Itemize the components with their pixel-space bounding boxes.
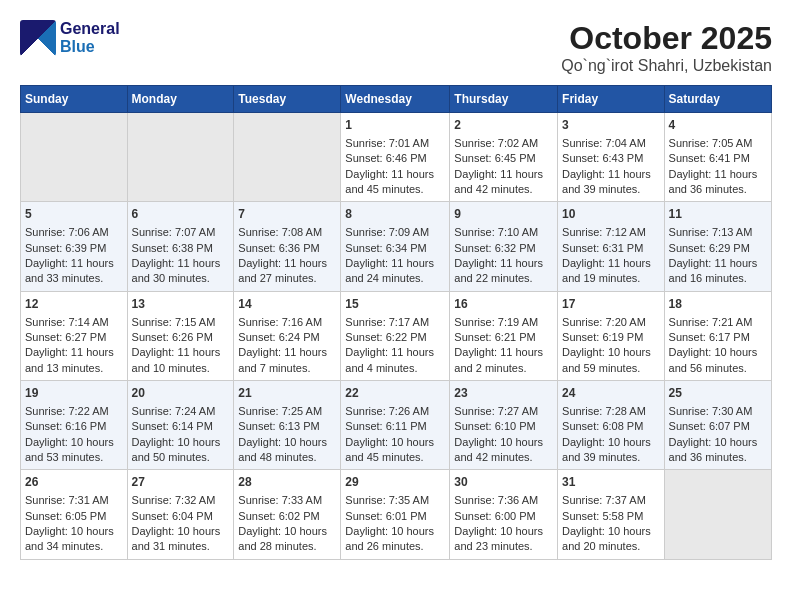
page-header: General Blue General Blue October 2025 Q…: [20, 20, 772, 75]
sunset-text: Sunset: 6:02 PM: [238, 509, 336, 524]
sunset-text: Sunset: 6:07 PM: [669, 419, 767, 434]
sunset-text: Sunset: 6:00 PM: [454, 509, 553, 524]
sunset-text: Sunset: 6:19 PM: [562, 330, 660, 345]
day-number: 18: [669, 296, 767, 313]
daylight-text: Daylight: 10 hours and 23 minutes.: [454, 524, 553, 555]
day-number: 25: [669, 385, 767, 402]
calendar-cell: [21, 113, 128, 202]
sunrise-text: Sunrise: 7:26 AM: [345, 404, 445, 419]
sunset-text: Sunset: 6:41 PM: [669, 151, 767, 166]
sunrise-text: Sunrise: 7:20 AM: [562, 315, 660, 330]
calendar-cell: 19Sunrise: 7:22 AMSunset: 6:16 PMDayligh…: [21, 381, 128, 470]
daylight-text: Daylight: 11 hours and 39 minutes.: [562, 167, 660, 198]
day-number: 6: [132, 206, 230, 223]
calendar-week-2: 5Sunrise: 7:06 AMSunset: 6:39 PMDaylight…: [21, 202, 772, 291]
calendar-cell: 26Sunrise: 7:31 AMSunset: 6:05 PMDayligh…: [21, 470, 128, 559]
sunset-text: Sunset: 6:13 PM: [238, 419, 336, 434]
daylight-text: Daylight: 11 hours and 27 minutes.: [238, 256, 336, 287]
sunrise-text: Sunrise: 7:02 AM: [454, 136, 553, 151]
calendar-cell: 10Sunrise: 7:12 AMSunset: 6:31 PMDayligh…: [558, 202, 665, 291]
daylight-text: Daylight: 10 hours and 48 minutes.: [238, 435, 336, 466]
calendar-cell: 17Sunrise: 7:20 AMSunset: 6:19 PMDayligh…: [558, 291, 665, 380]
calendar-cell: 24Sunrise: 7:28 AMSunset: 6:08 PMDayligh…: [558, 381, 665, 470]
day-header-thursday: Thursday: [450, 86, 558, 113]
day-number: 15: [345, 296, 445, 313]
calendar-cell: 14Sunrise: 7:16 AMSunset: 6:24 PMDayligh…: [234, 291, 341, 380]
day-number: 9: [454, 206, 553, 223]
day-number: 27: [132, 474, 230, 491]
calendar-cell: 12Sunrise: 7:14 AMSunset: 6:27 PMDayligh…: [21, 291, 128, 380]
calendar-cell: 23Sunrise: 7:27 AMSunset: 6:10 PMDayligh…: [450, 381, 558, 470]
sunset-text: Sunset: 5:58 PM: [562, 509, 660, 524]
calendar-week-4: 19Sunrise: 7:22 AMSunset: 6:16 PMDayligh…: [21, 381, 772, 470]
daylight-text: Daylight: 11 hours and 2 minutes.: [454, 345, 553, 376]
sunset-text: Sunset: 6:08 PM: [562, 419, 660, 434]
sunset-text: Sunset: 6:14 PM: [132, 419, 230, 434]
daylight-text: Daylight: 10 hours and 56 minutes.: [669, 345, 767, 376]
sunrise-text: Sunrise: 7:08 AM: [238, 225, 336, 240]
sunrise-text: Sunrise: 7:31 AM: [25, 493, 123, 508]
day-number: 21: [238, 385, 336, 402]
daylight-text: Daylight: 11 hours and 33 minutes.: [25, 256, 123, 287]
sunset-text: Sunset: 6:45 PM: [454, 151, 553, 166]
sunrise-text: Sunrise: 7:01 AM: [345, 136, 445, 151]
sunrise-text: Sunrise: 7:07 AM: [132, 225, 230, 240]
day-number: 11: [669, 206, 767, 223]
sunset-text: Sunset: 6:17 PM: [669, 330, 767, 345]
sunset-text: Sunset: 6:26 PM: [132, 330, 230, 345]
daylight-text: Daylight: 11 hours and 10 minutes.: [132, 345, 230, 376]
sunrise-text: Sunrise: 7:32 AM: [132, 493, 230, 508]
daylight-text: Daylight: 11 hours and 45 minutes.: [345, 167, 445, 198]
calendar-week-5: 26Sunrise: 7:31 AMSunset: 6:05 PMDayligh…: [21, 470, 772, 559]
calendar-week-1: 1Sunrise: 7:01 AMSunset: 6:46 PMDaylight…: [21, 113, 772, 202]
daylight-text: Daylight: 11 hours and 7 minutes.: [238, 345, 336, 376]
logo: General Blue General Blue: [20, 20, 120, 56]
sunset-text: Sunset: 6:11 PM: [345, 419, 445, 434]
sunrise-text: Sunrise: 7:15 AM: [132, 315, 230, 330]
calendar-cell: [664, 470, 771, 559]
sunrise-text: Sunrise: 7:19 AM: [454, 315, 553, 330]
calendar-week-3: 12Sunrise: 7:14 AMSunset: 6:27 PMDayligh…: [21, 291, 772, 380]
day-number: 13: [132, 296, 230, 313]
daylight-text: Daylight: 11 hours and 22 minutes.: [454, 256, 553, 287]
logo-text: General Blue: [60, 20, 120, 55]
calendar-cell: 4Sunrise: 7:05 AMSunset: 6:41 PMDaylight…: [664, 113, 771, 202]
calendar-cell: 3Sunrise: 7:04 AMSunset: 6:43 PMDaylight…: [558, 113, 665, 202]
daylight-text: Daylight: 10 hours and 53 minutes.: [25, 435, 123, 466]
daylight-text: Daylight: 11 hours and 24 minutes.: [345, 256, 445, 287]
sunrise-text: Sunrise: 7:06 AM: [25, 225, 123, 240]
calendar-subtitle: Qo`ng`irot Shahri, Uzbekistan: [561, 57, 772, 75]
sunrise-text: Sunrise: 7:14 AM: [25, 315, 123, 330]
daylight-text: Daylight: 10 hours and 36 minutes.: [669, 435, 767, 466]
calendar-cell: 1Sunrise: 7:01 AMSunset: 6:46 PMDaylight…: [341, 113, 450, 202]
day-header-saturday: Saturday: [664, 86, 771, 113]
sunset-text: Sunset: 6:05 PM: [25, 509, 123, 524]
sunrise-text: Sunrise: 7:33 AM: [238, 493, 336, 508]
daylight-text: Daylight: 10 hours and 50 minutes.: [132, 435, 230, 466]
calendar-cell: [127, 113, 234, 202]
calendar-cell: [234, 113, 341, 202]
sunrise-text: Sunrise: 7:17 AM: [345, 315, 445, 330]
day-number: 20: [132, 385, 230, 402]
sunset-text: Sunset: 6:21 PM: [454, 330, 553, 345]
daylight-text: Daylight: 10 hours and 20 minutes.: [562, 524, 660, 555]
day-number: 7: [238, 206, 336, 223]
daylight-text: Daylight: 10 hours and 34 minutes.: [25, 524, 123, 555]
calendar-cell: 22Sunrise: 7:26 AMSunset: 6:11 PMDayligh…: [341, 381, 450, 470]
sunrise-text: Sunrise: 7:09 AM: [345, 225, 445, 240]
daylight-text: Daylight: 10 hours and 42 minutes.: [454, 435, 553, 466]
calendar-cell: 7Sunrise: 7:08 AMSunset: 6:36 PMDaylight…: [234, 202, 341, 291]
sunset-text: Sunset: 6:04 PM: [132, 509, 230, 524]
daylight-text: Daylight: 11 hours and 30 minutes.: [132, 256, 230, 287]
day-number: 29: [345, 474, 445, 491]
daylight-text: Daylight: 11 hours and 19 minutes.: [562, 256, 660, 287]
day-header-friday: Friday: [558, 86, 665, 113]
calendar-cell: 27Sunrise: 7:32 AMSunset: 6:04 PMDayligh…: [127, 470, 234, 559]
day-header-tuesday: Tuesday: [234, 86, 341, 113]
calendar-cell: 9Sunrise: 7:10 AMSunset: 6:32 PMDaylight…: [450, 202, 558, 291]
daylight-text: Daylight: 11 hours and 13 minutes.: [25, 345, 123, 376]
calendar-cell: 30Sunrise: 7:36 AMSunset: 6:00 PMDayligh…: [450, 470, 558, 559]
day-number: 26: [25, 474, 123, 491]
calendar-body: 1Sunrise: 7:01 AMSunset: 6:46 PMDaylight…: [21, 113, 772, 560]
daylight-text: Daylight: 10 hours and 45 minutes.: [345, 435, 445, 466]
